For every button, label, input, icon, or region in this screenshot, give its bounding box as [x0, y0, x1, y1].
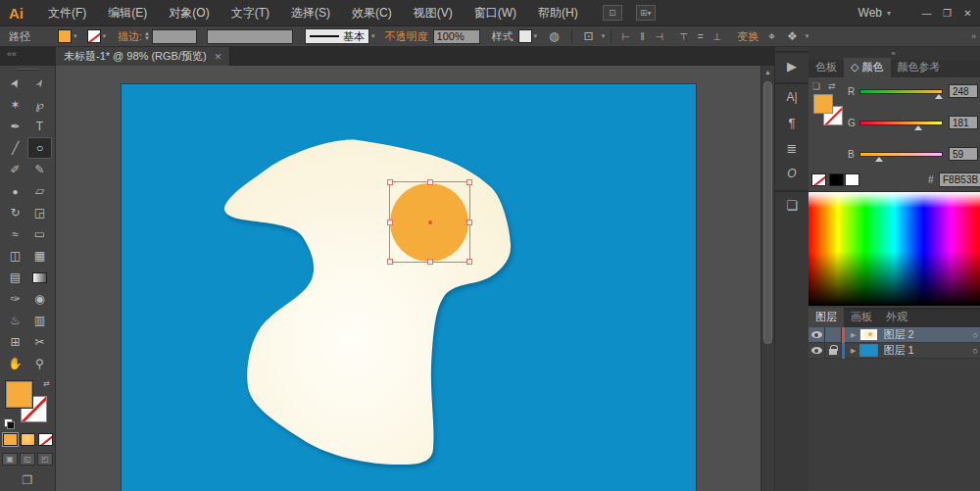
default-fill-stroke-icon[interactable] — [4, 418, 13, 427]
menu-window[interactable]: 窗口(W) — [464, 0, 527, 26]
recolor-artwork-icon[interactable]: ◍ — [549, 29, 559, 43]
stroke-weight-dropdown[interactable]: ▾ — [152, 29, 197, 44]
blob-brush-tool[interactable]: ● — [3, 180, 27, 202]
restore-icon[interactable]: ❐ — [937, 0, 957, 26]
selection-handle[interactable] — [387, 179, 393, 185]
draw-inside-icon[interactable]: ◰ — [37, 453, 53, 466]
tab-swatches[interactable]: 色板 — [808, 58, 844, 77]
blend-tool[interactable]: ◉ — [27, 288, 52, 310]
visibility-toggle[interactable] — [808, 343, 825, 359]
lock-toggle[interactable] — [825, 327, 842, 343]
align-vcenter-icon[interactable]: = — [692, 31, 709, 42]
transform-link[interactable]: 变换 — [737, 29, 759, 44]
eraser-tool[interactable]: ▱ — [27, 180, 52, 202]
canvas-pasteboard[interactable] — [56, 66, 760, 491]
menu-effect[interactable]: 效果(C) — [341, 0, 403, 26]
fill-proxy[interactable] — [813, 94, 833, 114]
layer-row-2[interactable]: ▶ 图层 2 ○ — [808, 327, 980, 343]
disclosure-triangle-icon[interactable]: ▶ — [845, 331, 859, 339]
green-slider-thumb[interactable] — [914, 125, 922, 130]
select-similar-icon[interactable]: ⊡ — [584, 29, 594, 43]
tab-layers[interactable]: 图层 — [808, 308, 844, 327]
fill-color-swatch[interactable] — [58, 29, 72, 43]
layer-target-icon[interactable]: ○ — [973, 346, 978, 356]
paragraph-panel-icon[interactable]: ¶ — [775, 110, 808, 135]
document-tab[interactable]: 未标题-1* @ 98% (RGB/预览) ✕ — [56, 47, 230, 66]
menu-object[interactable]: 对象(O) — [158, 0, 220, 26]
align-hcenter-icon[interactable]: ‖ — [634, 31, 651, 42]
none-button[interactable] — [38, 433, 53, 446]
white-swatch[interactable] — [845, 173, 859, 186]
gradient-tool[interactable] — [27, 267, 52, 288]
scale-tool[interactable]: ◲ — [27, 202, 52, 223]
disclosure-triangle-icon[interactable]: ▶ — [845, 347, 859, 355]
lock-toggle[interactable] — [825, 343, 842, 359]
bridge-icon[interactable]: ⊡ — [603, 5, 622, 21]
tab-artboards[interactable]: 画板 — [844, 308, 879, 327]
artboard[interactable] — [122, 84, 696, 491]
chevron-down-icon[interactable]: ▾ — [103, 32, 107, 40]
opentype-panel-icon[interactable]: O — [775, 161, 808, 186]
symbols-panel-icon[interactable]: ❏ — [775, 192, 808, 218]
draw-normal-icon[interactable]: ▣ — [2, 453, 18, 466]
hand-tool[interactable]: ✋ — [3, 353, 27, 374]
opacity-dropdown[interactable]: 100%▾ — [433, 29, 480, 44]
opacity-link[interactable]: 不透明度 — [385, 29, 428, 44]
app-logo[interactable]: Ai — [0, 5, 37, 22]
brush-definition-dropdown[interactable]: 基本 — [305, 28, 369, 44]
line-segment-tool[interactable]: ╱ — [3, 137, 27, 159]
menu-view[interactable]: 视图(V) — [403, 0, 464, 26]
layer-thumbnail[interactable] — [859, 328, 878, 341]
fill-indicator[interactable] — [6, 381, 32, 408]
selection-handle[interactable] — [387, 259, 393, 265]
shape-builder-tool[interactable]: ◫ — [3, 245, 27, 267]
width-profile-dropdown[interactable]: ▾ — [207, 29, 293, 44]
red-slider[interactable] — [859, 89, 943, 94]
chevron-down-icon[interactable]: ▾ — [371, 32, 375, 40]
scrollbar-thumb[interactable] — [763, 81, 772, 344]
black-swatch[interactable] — [829, 173, 844, 186]
character-panel-icon[interactable]: A| — [775, 84, 808, 110]
style-swatch[interactable] — [518, 29, 532, 43]
perspective-grid-tool[interactable]: ▦ — [27, 245, 52, 267]
menu-file[interactable]: 文件(F) — [37, 0, 97, 26]
green-value-field[interactable]: 181 — [949, 116, 978, 129]
color-button[interactable] — [3, 433, 18, 446]
free-transform-tool[interactable]: ▭ — [27, 223, 52, 245]
align-bottom-icon[interactable]: ⊥ — [709, 31, 725, 42]
chevron-down-icon[interactable]: ▾ — [74, 32, 77, 40]
none-swatch[interactable] — [811, 173, 826, 186]
eyedropper-tool[interactable]: ✑ — [3, 288, 27, 310]
artboard-tool[interactable]: ⊞ — [3, 331, 27, 353]
width-tool[interactable]: ≈ — [3, 223, 27, 245]
minimize-icon[interactable]: — — [916, 0, 937, 26]
selection-handle[interactable] — [466, 259, 472, 265]
tab-color-guide[interactable]: 颜色参考 — [891, 58, 948, 77]
shape-mode-icon[interactable]: ❖ — [787, 29, 798, 43]
layer-row-1[interactable]: ▶ 图层 1 ○ — [808, 343, 980, 359]
type-tool[interactable]: T — [27, 116, 52, 137]
red-slider-thumb[interactable] — [935, 94, 943, 99]
ellipse-tool[interactable]: ○ — [27, 137, 52, 159]
color-spectrum[interactable] — [808, 191, 980, 306]
paintbrush-tool[interactable]: ✐ — [3, 159, 27, 180]
selection-bounding-box[interactable] — [389, 181, 470, 263]
visibility-toggle[interactable] — [808, 327, 825, 343]
zoom-tool[interactable]: ⚲ — [27, 353, 52, 374]
pencil-tool[interactable]: ✎ — [27, 159, 52, 180]
blue-slider[interactable] — [859, 152, 943, 157]
selection-handle[interactable] — [427, 259, 433, 265]
menu-type[interactable]: 文字(T) — [220, 0, 280, 26]
vertical-scrollbar[interactable]: ▲ — [760, 66, 774, 491]
paragraph-styles-panel-icon[interactable]: ≣ — [775, 135, 808, 161]
chevron-down-icon[interactable]: ▾ — [806, 32, 809, 40]
close-icon[interactable]: ✕ — [957, 0, 978, 26]
selection-handle[interactable] — [466, 220, 472, 225]
red-value-field[interactable]: 248 — [949, 84, 978, 98]
selection-center-point[interactable] — [428, 221, 432, 224]
menu-select[interactable]: 选择(S) — [280, 0, 341, 26]
selection-handle[interactable] — [427, 179, 433, 185]
layer-thumbnail[interactable] — [859, 344, 878, 357]
chevron-down-icon[interactable]: ▾ — [602, 32, 606, 40]
stroke-link[interactable]: 描边: — [118, 29, 142, 44]
